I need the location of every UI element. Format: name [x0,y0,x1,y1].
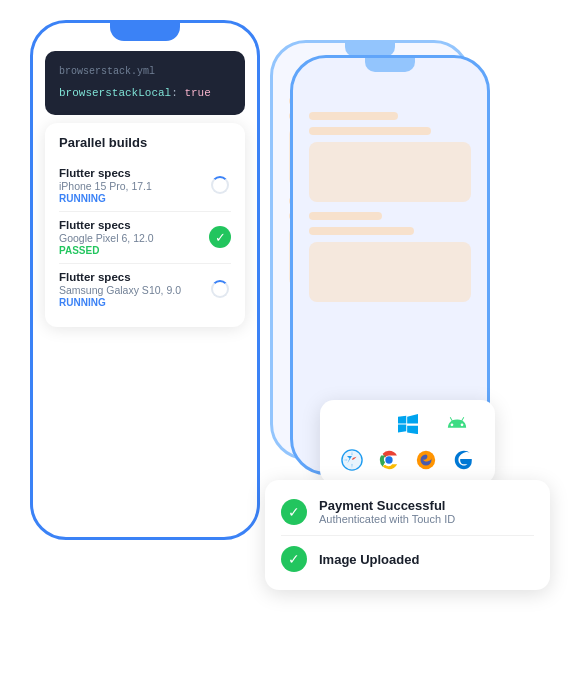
build-icon-2 [209,278,231,300]
result-check-0: ✓ [281,499,307,525]
build-status-2: RUNNING [59,297,209,308]
result-text-1: Image Uploaded [319,552,419,567]
build-icon-0 [209,174,231,196]
result-check-1: ✓ [281,546,307,572]
os-icons-card [320,400,495,484]
spinner-0 [211,176,229,194]
build-device-2: Samsung Galaxy S10, 9.0 [59,284,209,296]
code-block: browserstack.yml browserstackLocal: true [45,51,245,115]
build-item-2: Flutter specs Samsung Galaxy S10, 9.0 RU… [59,264,231,315]
edge-icon [449,446,477,474]
build-name-0: Flutter specs [59,167,209,179]
result-item-1: ✓ Image Uploaded [281,535,534,578]
build-icon-1: ✓ [209,226,231,248]
builds-title: Parallel builds [59,135,231,150]
build-name-1: Flutter specs [59,219,209,231]
os-row-1 [334,410,481,438]
result-item-0: ✓ Payment Successful Authenticated with … [281,492,534,531]
build-info-1: Flutter specs Google Pixel 6, 12.0 PASSE… [59,219,209,256]
result-text-0: Payment Successful Authenticated with To… [319,498,455,525]
build-device-1: Google Pixel 6, 12.0 [59,232,209,244]
build-status-0: RUNNING [59,193,209,204]
builds-card: Parallel builds Flutter specs iPhone 15 … [45,123,245,327]
spinner-2 [211,280,229,298]
chrome-icon [375,446,403,474]
phone-notch [110,23,180,41]
windows-icon [394,410,422,438]
result-main-0: Payment Successful [319,498,455,513]
build-info-0: Flutter specs iPhone 15 Pro, 17.1 RUNNIN… [59,167,209,204]
android-icon [443,410,471,438]
check-icon-1: ✓ [209,226,231,248]
code-filename: browserstack.yml [59,63,231,80]
build-name-2: Flutter specs [59,271,209,283]
build-status-1: PASSED [59,245,209,256]
build-item-0: Flutter specs iPhone 15 Pro, 17.1 RUNNIN… [59,160,231,212]
svg-point-2 [385,456,392,463]
os-row-2 [334,446,481,474]
apple-icon [345,410,373,438]
firefox-icon [412,446,440,474]
scene: browserstack.yml browserstackLocal: true… [0,0,580,687]
build-device-0: iPhone 15 Pro, 17.1 [59,180,209,192]
result-sub-0: Authenticated with Touch ID [319,513,455,525]
code-val: true [184,87,210,99]
safari-icon [338,446,366,474]
results-card: ✓ Payment Successful Authenticated with … [265,480,550,590]
build-info-2: Flutter specs Samsung Galaxy S10, 9.0 RU… [59,271,209,308]
result-main-1: Image Uploaded [319,552,419,567]
phone-main: browserstack.yml browserstackLocal: true… [30,20,260,540]
code-line: browserstackLocal: true [59,84,231,103]
build-item-1: Flutter specs Google Pixel 6, 12.0 PASSE… [59,212,231,264]
code-key: browserstackLocal [59,87,171,99]
